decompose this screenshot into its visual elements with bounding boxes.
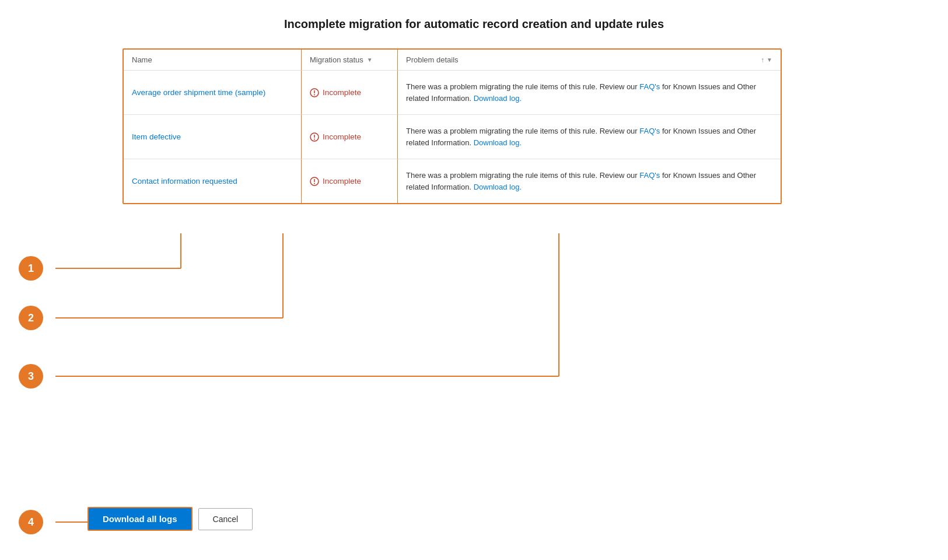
row1-name-cell: Average order shipment time (sample) (124, 71, 302, 115)
annotation-circle-3: 3 (19, 364, 43, 388)
row3-download-link[interactable]: Download log. (474, 183, 522, 191)
status-filter-icon[interactable]: ▼ (367, 57, 373, 63)
row3-details-cell: There was a problem migrating the rule i… (398, 159, 781, 203)
row2-status-cell: Incomplete (302, 115, 398, 159)
annotation-label-2: 2 (28, 312, 34, 324)
col-header-status[interactable]: Migration status ▼ (302, 50, 398, 71)
svg-point-5 (314, 138, 315, 139)
download-all-logs-button[interactable]: Download all logs (88, 507, 193, 531)
button-area: Download all logs Cancel (88, 507, 253, 531)
row2-details-cell: There was a problem migrating the rule i… (398, 115, 781, 159)
col-header-name: Name (124, 50, 302, 71)
row1-status-icon (310, 88, 319, 97)
annotation-circle-4: 4 (19, 510, 43, 534)
row2-status-icon (310, 132, 319, 142)
table-grid: Name Migration status ▼ Problem details … (124, 50, 781, 203)
annotation-circle-1: 1 (19, 256, 43, 281)
row3-status-cell: Incomplete (302, 159, 398, 203)
cancel-button[interactable]: Cancel (198, 508, 253, 530)
row1-status-label: Incomplete (323, 88, 361, 97)
row1-name-link[interactable]: Average order shipment time (sample) (132, 88, 265, 97)
row3-name-cell: Contact information requested (124, 159, 302, 203)
status-header-label: Migration status (310, 55, 363, 64)
migration-table: Name Migration status ▼ Problem details … (123, 48, 782, 204)
svg-point-2 (314, 94, 315, 95)
annotation-label-4: 4 (28, 516, 34, 528)
row2-detail-text: There was a problem migrating the rule i… (406, 125, 772, 148)
row1-detail-text: There was a problem migrating the rule i… (406, 81, 772, 104)
row1-details-cell: There was a problem migrating the rule i… (398, 71, 781, 115)
name-header-label: Name (132, 55, 152, 64)
row1-download-link[interactable]: Download log. (474, 94, 522, 103)
row2-name-cell: Item defective (124, 115, 302, 159)
details-filter-icon[interactable]: ▼ (767, 57, 772, 63)
page-title: Incomplete migration for automatic recor… (35, 18, 913, 31)
annotation-label-1: 1 (28, 262, 34, 275)
row2-download-link[interactable]: Download log. (474, 138, 522, 147)
svg-point-8 (314, 183, 315, 184)
sort-up-icon[interactable]: ↑ (761, 56, 764, 64)
row3-status-label: Incomplete (323, 177, 361, 186)
row3-status-icon (310, 177, 319, 186)
row3-name-link[interactable]: Contact information requested (132, 177, 237, 186)
col-header-details: Problem details ↑ ▼ (398, 50, 781, 71)
row1-faq-link[interactable]: FAQ's (639, 82, 660, 91)
row3-faq-link[interactable]: FAQ's (639, 171, 660, 180)
details-header-icons: ↑ ▼ (761, 56, 772, 64)
annotation-label-3: 3 (28, 370, 34, 383)
annotation-circle-2: 2 (19, 306, 43, 330)
row1-status-cell: Incomplete (302, 71, 398, 115)
row2-status-label: Incomplete (323, 132, 361, 141)
row2-name-link[interactable]: Item defective (132, 132, 181, 141)
row2-faq-link[interactable]: FAQ's (639, 127, 660, 135)
details-header-label: Problem details (406, 55, 459, 64)
row3-detail-text: There was a problem migrating the rule i… (406, 170, 772, 192)
